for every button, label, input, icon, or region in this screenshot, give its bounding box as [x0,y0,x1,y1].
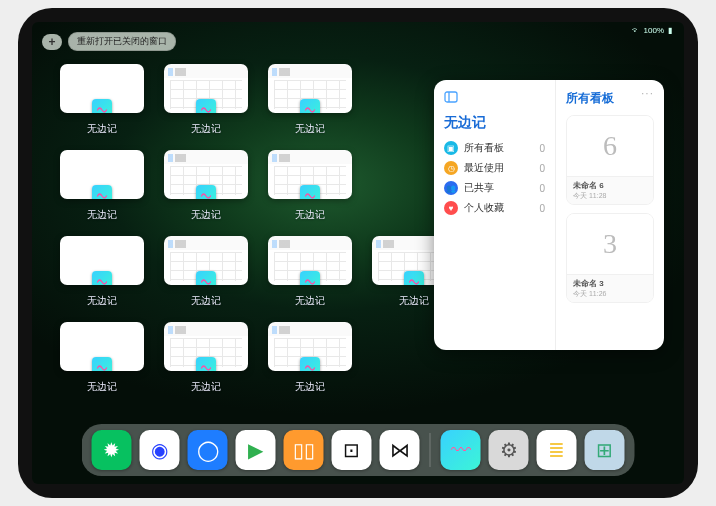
window-card[interactable]: 无边记 [60,236,144,308]
freeform-icon [196,185,216,199]
dock-dice-icon[interactable]: ⊡ [332,430,372,470]
dock-quark-icon[interactable]: ◉ [140,430,180,470]
board-preview: 3 [567,214,653,274]
freeform-icon [196,99,216,113]
board-meta: 未命名 6今天 11:28 [567,176,653,204]
window-card[interactable]: 无边记 [164,236,248,308]
category-label: 已共享 [464,181,494,195]
window-card[interactable]: 无边记 [60,322,144,394]
window-label: 无边记 [295,122,325,136]
more-icon[interactable]: ··· [641,86,654,100]
sidebar-item[interactable]: ♥个人收藏0 [444,198,545,218]
freeform-icon [300,185,320,199]
dock-books-icon[interactable]: ▯▯ [284,430,324,470]
freeform-icon [300,357,320,371]
sidebar-item[interactable]: ◷最近使用0 [444,158,545,178]
board-date: 今天 11:28 [573,191,647,201]
freeform-window[interactable]: 无边记 ▣所有看板0◷最近使用0👥已共享0♥个人收藏0 ··· 所有看板 6未命… [434,80,664,350]
window-card[interactable]: 无边记 [164,64,248,136]
svg-rect-0 [445,92,457,102]
window-card[interactable]: 无边记 [268,150,352,222]
board-title: 未命名 6 [573,180,647,191]
freeform-content: ··· 所有看板 6未命名 6今天 11:283未命名 3今天 11:26 [556,80,664,350]
window-thumbnail [268,150,352,199]
window-card[interactable]: 无边记 [60,150,144,222]
dock-qqbrowser-icon[interactable]: ◯ [188,430,228,470]
top-controls: + 重新打开已关闭的窗口 [42,32,176,51]
window-label: 无边记 [295,208,325,222]
window-card[interactable]: 无边记 [60,64,144,136]
window-label: 无边记 [87,294,117,308]
category-count: 0 [539,203,545,214]
category-label: 个人收藏 [464,201,504,215]
status-bar: ᯤ 100% ▮ [632,26,672,35]
board-title: 未命名 3 [573,278,647,289]
window-thumbnail [60,64,144,113]
dock-settings-icon[interactable]: ⚙ [489,430,529,470]
window-thumbnail [268,236,352,285]
window-grid: 无边记无边记无边记无边记无边记无边记无边记无边记无边记无边记无边记无边记无边记 [60,64,456,394]
category-count: 0 [539,183,545,194]
window-thumbnail [164,236,248,285]
category-icon: ▣ [444,141,458,155]
window-label: 无边记 [87,380,117,394]
dock-graph-icon[interactable]: ⋈ [380,430,420,470]
board-card[interactable]: 6未命名 6今天 11:28 [566,115,654,205]
window-card[interactable]: 无边记 [164,150,248,222]
sidebar-toggle-icon[interactable] [444,90,458,104]
window-thumbnail [60,150,144,199]
board-preview: 6 [567,116,653,176]
sidebar-title: 无边记 [444,114,545,132]
window-thumbnail [164,150,248,199]
dock-separator [430,433,431,467]
window-card[interactable]: 无边记 [268,322,352,394]
window-thumbnail [60,236,144,285]
freeform-icon [196,357,216,371]
window-card[interactable]: 无边记 [268,64,352,136]
sidebar-item[interactable]: 👥已共享0 [444,178,545,198]
category-icon: 👥 [444,181,458,195]
dock-freeform-icon[interactable]: 〰 [441,430,481,470]
category-label: 所有看板 [464,141,504,155]
dock-notes-icon[interactable]: ≣ [537,430,577,470]
window-card[interactable]: 无边记 [268,236,352,308]
window-label: 无边记 [295,294,325,308]
dock-apps-icon[interactable]: ⊞ [585,430,625,470]
freeform-icon [92,357,112,371]
category-count: 0 [539,143,545,154]
freeform-sidebar: 无边记 ▣所有看板0◷最近使用0👥已共享0♥个人收藏0 [434,80,556,350]
window-label: 无边记 [87,122,117,136]
battery-label: 100% [644,26,664,35]
category-count: 0 [539,163,545,174]
window-label: 无边记 [399,294,429,308]
window-thumbnail [268,322,352,371]
window-label: 无边记 [191,380,221,394]
window-label: 无边记 [191,294,221,308]
window-thumbnail [164,64,248,113]
window-label: 无边记 [191,122,221,136]
freeform-icon [300,271,320,285]
window-card[interactable]: 无边记 [164,322,248,394]
freeform-icon [300,99,320,113]
dock-wechat-icon[interactable]: ✹ [92,430,132,470]
freeform-icon [404,271,424,285]
board-meta: 未命名 3今天 11:26 [567,274,653,302]
window-thumbnail [268,64,352,113]
sidebar-item[interactable]: ▣所有看板0 [444,138,545,158]
freeform-icon [92,99,112,113]
dock: ✹◉◯▶▯▯⊡⋈〰⚙≣⊞ [82,424,635,476]
ipad-frame: ᯤ 100% ▮ + 重新打开已关闭的窗口 无边记无边记无边记无边记无边记无边记… [18,8,698,498]
board-card[interactable]: 3未命名 3今天 11:26 [566,213,654,303]
battery-icon: ▮ [668,26,672,35]
window-thumbnail [164,322,248,371]
dock-play-icon[interactable]: ▶ [236,430,276,470]
category-label: 最近使用 [464,161,504,175]
board-date: 今天 11:26 [573,289,647,299]
freeform-icon [92,271,112,285]
new-window-button[interactable]: + [42,34,62,50]
window-thumbnail [60,322,144,371]
reopen-closed-window-button[interactable]: 重新打开已关闭的窗口 [68,32,176,51]
window-label: 无边记 [87,208,117,222]
window-label: 无边记 [295,380,325,394]
freeform-icon [196,271,216,285]
